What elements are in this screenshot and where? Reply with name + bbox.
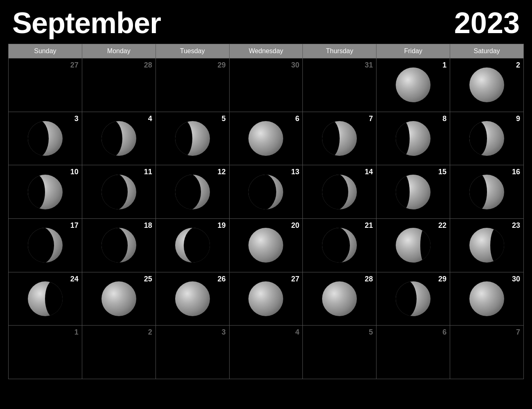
day-cell[interactable]: 28 bbox=[82, 58, 156, 112]
day-number: 20 bbox=[291, 221, 299, 230]
moon-phase bbox=[28, 121, 63, 156]
day-cell[interactable]: 7 bbox=[303, 112, 376, 166]
day-cell[interactable]: 29 bbox=[376, 272, 450, 326]
moon-phase bbox=[322, 281, 357, 316]
day-cell[interactable]: 2 bbox=[450, 58, 524, 112]
weekday-header: Tuesday bbox=[156, 44, 230, 58]
moon-phase bbox=[396, 121, 431, 156]
moon-phase bbox=[469, 281, 504, 316]
day-number: 1 bbox=[74, 328, 79, 337]
day-number: 7 bbox=[516, 328, 520, 337]
day-number: 6 bbox=[295, 115, 299, 123]
day-number: 29 bbox=[218, 61, 226, 70]
weekday-header: Wednesday bbox=[230, 44, 303, 58]
day-number: 15 bbox=[438, 168, 446, 176]
day-number: 28 bbox=[365, 275, 373, 283]
day-number: 18 bbox=[144, 221, 152, 230]
day-number: 16 bbox=[512, 168, 520, 176]
moon-phase bbox=[175, 175, 210, 209]
day-number: 10 bbox=[70, 168, 79, 176]
day-cell[interactable]: 1 bbox=[376, 58, 450, 112]
calendar-wrapper: September 2023 SundayMondayTuesdayWednes… bbox=[0, 0, 532, 409]
day-number: 7 bbox=[369, 115, 373, 123]
day-cell[interactable]: 6 bbox=[376, 326, 450, 379]
day-cell[interactable]: 31 bbox=[303, 58, 376, 112]
year-title: 2023 bbox=[454, 6, 520, 40]
moon-phase bbox=[469, 121, 504, 156]
moon-phase bbox=[248, 175, 283, 209]
day-cell[interactable]: 27 bbox=[230, 272, 303, 326]
day-cell[interactable]: 4 bbox=[230, 326, 303, 379]
moon-phase bbox=[175, 228, 210, 263]
day-cell[interactable]: 27 bbox=[9, 58, 82, 112]
day-cell[interactable]: 26 bbox=[156, 272, 230, 326]
day-number: 21 bbox=[365, 221, 373, 230]
day-number: 17 bbox=[70, 221, 79, 230]
day-cell[interactable]: 17 bbox=[9, 219, 82, 272]
day-number: 24 bbox=[70, 275, 79, 283]
day-cell[interactable]: 19 bbox=[156, 219, 230, 272]
day-cell[interactable]: 20 bbox=[230, 219, 303, 272]
day-cell[interactable]: 3 bbox=[156, 326, 230, 379]
moon-phase bbox=[248, 228, 283, 263]
moon-phase bbox=[101, 121, 136, 156]
day-number: 11 bbox=[144, 168, 152, 176]
day-cell[interactable]: 4 bbox=[82, 112, 156, 166]
day-cell[interactable]: 22 bbox=[376, 219, 450, 272]
day-cell[interactable]: 24 bbox=[9, 272, 82, 326]
moon-phase bbox=[28, 175, 63, 209]
moon-phase bbox=[469, 175, 504, 209]
weekday-header: Sunday bbox=[9, 44, 82, 58]
moon-phase bbox=[101, 281, 136, 316]
day-cell[interactable]: 21 bbox=[303, 219, 376, 272]
day-number: 14 bbox=[365, 168, 373, 176]
day-cell[interactable]: 16 bbox=[450, 165, 524, 219]
day-cell[interactable]: 9 bbox=[450, 112, 524, 166]
day-cell[interactable]: 30 bbox=[450, 272, 524, 326]
day-cell[interactable]: 30 bbox=[230, 58, 303, 112]
moon-phase bbox=[396, 281, 431, 316]
day-cell[interactable]: 23 bbox=[450, 219, 524, 272]
day-number: 19 bbox=[218, 221, 226, 230]
day-number: 4 bbox=[148, 115, 152, 123]
day-cell[interactable]: 29 bbox=[156, 58, 230, 112]
day-number: 9 bbox=[516, 115, 520, 123]
day-cell[interactable]: 6 bbox=[230, 112, 303, 166]
day-cell[interactable]: 25 bbox=[82, 272, 156, 326]
moon-phase bbox=[101, 228, 136, 263]
day-number: 31 bbox=[365, 61, 373, 70]
day-cell[interactable]: 8 bbox=[376, 112, 450, 166]
day-number: 12 bbox=[218, 168, 226, 176]
moon-phase bbox=[322, 228, 357, 263]
day-number: 2 bbox=[516, 61, 520, 70]
day-cell[interactable]: 5 bbox=[156, 112, 230, 166]
day-number: 2 bbox=[148, 328, 152, 337]
day-cell[interactable]: 10 bbox=[9, 165, 82, 219]
day-number: 3 bbox=[74, 115, 79, 123]
day-number: 3 bbox=[222, 328, 226, 337]
day-number: 6 bbox=[442, 328, 446, 337]
day-cell[interactable]: 15 bbox=[376, 165, 450, 219]
day-number: 30 bbox=[291, 61, 299, 70]
day-number: 27 bbox=[70, 61, 79, 70]
day-cell[interactable]: 28 bbox=[303, 272, 376, 326]
day-number: 5 bbox=[369, 328, 373, 337]
weekday-header: Friday bbox=[376, 44, 450, 58]
day-cell[interactable]: 1 bbox=[9, 326, 82, 379]
calendar-grid: SundayMondayTuesdayWednesdayThursdayFrid… bbox=[8, 44, 524, 379]
day-cell[interactable]: 13 bbox=[230, 165, 303, 219]
day-number: 4 bbox=[295, 328, 299, 337]
day-cell[interactable]: 5 bbox=[303, 326, 376, 379]
day-cell[interactable]: 3 bbox=[9, 112, 82, 166]
day-number: 22 bbox=[438, 221, 446, 230]
day-cell[interactable]: 12 bbox=[156, 165, 230, 219]
weekday-header: Monday bbox=[82, 44, 156, 58]
day-cell[interactable]: 18 bbox=[82, 219, 156, 272]
calendar-header: September 2023 bbox=[8, 4, 524, 44]
day-cell[interactable]: 14 bbox=[303, 165, 376, 219]
month-title: September bbox=[12, 6, 161, 40]
day-cell[interactable]: 2 bbox=[82, 326, 156, 379]
day-cell[interactable]: 11 bbox=[82, 165, 156, 219]
day-number: 5 bbox=[222, 115, 226, 123]
day-cell[interactable]: 7 bbox=[450, 326, 524, 379]
